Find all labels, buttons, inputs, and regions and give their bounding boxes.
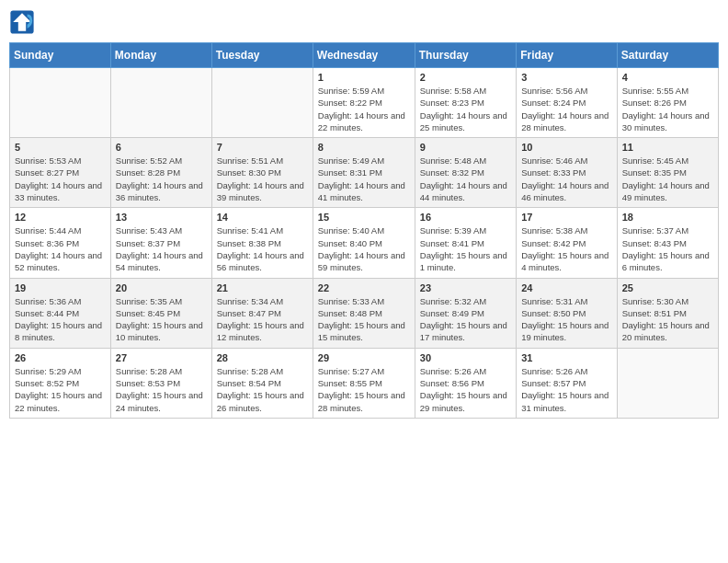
day-number: 2 <box>420 72 511 83</box>
day-info: Sunrise: 5:29 AMSunset: 8:52 PMDaylight:… <box>15 365 106 414</box>
logo-icon <box>9 9 35 35</box>
day-number: 21 <box>217 282 308 293</box>
day-number: 30 <box>420 352 511 363</box>
day-number: 16 <box>420 212 511 223</box>
day-number: 27 <box>116 352 207 363</box>
calendar-cell: 10Sunrise: 5:46 AMSunset: 8:33 PMDayligh… <box>517 138 618 208</box>
calendar-cell: 19Sunrise: 5:36 AMSunset: 8:44 PMDayligh… <box>10 278 111 348</box>
calendar-cell: 24Sunrise: 5:31 AMSunset: 8:50 PMDayligh… <box>517 278 618 348</box>
day-number: 23 <box>420 282 511 293</box>
week-row-4: 26Sunrise: 5:29 AMSunset: 8:52 PMDayligh… <box>10 348 719 418</box>
day-number: 10 <box>521 142 612 153</box>
day-number: 9 <box>420 142 511 153</box>
day-number: 12 <box>15 212 106 223</box>
day-number: 15 <box>318 212 410 223</box>
calendar-cell: 22Sunrise: 5:33 AMSunset: 8:48 PMDayligh… <box>313 278 415 348</box>
day-info: Sunrise: 5:40 AMSunset: 8:40 PMDaylight:… <box>318 224 410 273</box>
page-header <box>9 9 719 35</box>
day-number: 1 <box>318 72 410 83</box>
calendar-cell: 14Sunrise: 5:41 AMSunset: 8:38 PMDayligh… <box>211 208 313 278</box>
day-info: Sunrise: 5:43 AMSunset: 8:37 PMDaylight:… <box>116 224 207 273</box>
day-info: Sunrise: 5:51 AMSunset: 8:30 PMDaylight:… <box>217 155 308 203</box>
calendar-cell: 8Sunrise: 5:49 AMSunset: 8:31 PMDaylight… <box>313 138 415 208</box>
day-info: Sunrise: 5:59 AMSunset: 8:22 PMDaylight:… <box>318 85 410 133</box>
day-info: Sunrise: 5:52 AMSunset: 8:28 PMDaylight:… <box>116 155 207 203</box>
week-row-1: 5Sunrise: 5:53 AMSunset: 8:27 PMDaylight… <box>10 138 719 208</box>
day-info: Sunrise: 5:26 AMSunset: 8:56 PMDaylight:… <box>420 365 511 414</box>
calendar-cell <box>110 68 211 138</box>
calendar-cell: 23Sunrise: 5:32 AMSunset: 8:49 PMDayligh… <box>415 278 516 348</box>
day-number: 29 <box>318 352 410 363</box>
day-info: Sunrise: 5:32 AMSunset: 8:49 PMDaylight:… <box>420 295 511 344</box>
day-number: 13 <box>116 212 207 223</box>
day-number: 26 <box>15 352 106 363</box>
day-number: 18 <box>622 212 713 223</box>
calendar-cell: 30Sunrise: 5:26 AMSunset: 8:56 PMDayligh… <box>415 348 516 418</box>
day-info: Sunrise: 5:41 AMSunset: 8:38 PMDaylight:… <box>217 224 308 273</box>
day-info: Sunrise: 5:33 AMSunset: 8:48 PMDaylight:… <box>318 295 410 344</box>
day-header-tuesday: Tuesday <box>211 43 313 68</box>
day-number: 25 <box>622 282 713 293</box>
day-info: Sunrise: 5:36 AMSunset: 8:44 PMDaylight:… <box>15 295 106 344</box>
calendar-cell: 5Sunrise: 5:53 AMSunset: 8:27 PMDaylight… <box>10 138 111 208</box>
day-header-thursday: Thursday <box>415 43 516 68</box>
day-info: Sunrise: 5:46 AMSunset: 8:33 PMDaylight:… <box>521 155 612 203</box>
day-info: Sunrise: 5:30 AMSunset: 8:51 PMDaylight:… <box>622 295 713 344</box>
day-number: 20 <box>116 282 207 293</box>
day-info: Sunrise: 5:26 AMSunset: 8:57 PMDaylight:… <box>521 365 612 414</box>
calendar-cell: 4Sunrise: 5:55 AMSunset: 8:26 PMDaylight… <box>617 68 718 138</box>
day-number: 24 <box>521 282 612 293</box>
day-info: Sunrise: 5:48 AMSunset: 8:32 PMDaylight:… <box>420 155 511 203</box>
calendar-cell: 18Sunrise: 5:37 AMSunset: 8:43 PMDayligh… <box>617 208 718 278</box>
calendar-cell: 29Sunrise: 5:27 AMSunset: 8:55 PMDayligh… <box>313 348 415 418</box>
calendar-cell <box>211 68 313 138</box>
calendar-cell: 12Sunrise: 5:44 AMSunset: 8:36 PMDayligh… <box>10 208 111 278</box>
calendar-cell <box>10 68 111 138</box>
calendar-cell: 17Sunrise: 5:38 AMSunset: 8:42 PMDayligh… <box>517 208 618 278</box>
day-info: Sunrise: 5:49 AMSunset: 8:31 PMDaylight:… <box>318 155 410 203</box>
day-info: Sunrise: 5:39 AMSunset: 8:41 PMDaylight:… <box>420 224 511 273</box>
calendar-cell: 3Sunrise: 5:56 AMSunset: 8:24 PMDaylight… <box>517 68 618 138</box>
day-number: 4 <box>622 72 713 83</box>
calendar-cell <box>617 348 718 418</box>
logo <box>9 9 39 35</box>
day-info: Sunrise: 5:44 AMSunset: 8:36 PMDaylight:… <box>15 224 106 273</box>
day-info: Sunrise: 5:55 AMSunset: 8:26 PMDaylight:… <box>622 85 713 133</box>
calendar-cell: 6Sunrise: 5:52 AMSunset: 8:28 PMDaylight… <box>110 138 211 208</box>
day-header-saturday: Saturday <box>617 43 718 68</box>
week-row-3: 19Sunrise: 5:36 AMSunset: 8:44 PMDayligh… <box>10 278 719 348</box>
day-info: Sunrise: 5:53 AMSunset: 8:27 PMDaylight:… <box>15 155 106 203</box>
calendar-cell: 20Sunrise: 5:35 AMSunset: 8:45 PMDayligh… <box>110 278 211 348</box>
day-info: Sunrise: 5:27 AMSunset: 8:55 PMDaylight:… <box>318 365 410 414</box>
day-number: 14 <box>217 212 308 223</box>
day-header-friday: Friday <box>517 43 618 68</box>
calendar-cell: 27Sunrise: 5:28 AMSunset: 8:53 PMDayligh… <box>110 348 211 418</box>
day-number: 31 <box>521 352 612 363</box>
calendar-cell: 11Sunrise: 5:45 AMSunset: 8:35 PMDayligh… <box>617 138 718 208</box>
day-info: Sunrise: 5:31 AMSunset: 8:50 PMDaylight:… <box>521 295 612 344</box>
day-number: 11 <box>622 142 713 153</box>
calendar-cell: 21Sunrise: 5:34 AMSunset: 8:47 PMDayligh… <box>211 278 313 348</box>
calendar-cell: 1Sunrise: 5:59 AMSunset: 8:22 PMDaylight… <box>313 68 415 138</box>
day-number: 7 <box>217 142 308 153</box>
calendar-table: SundayMondayTuesdayWednesdayThursdayFrid… <box>9 42 719 419</box>
day-number: 5 <box>15 142 106 153</box>
day-number: 3 <box>521 72 612 83</box>
day-number: 8 <box>318 142 410 153</box>
day-number: 17 <box>521 212 612 223</box>
day-header-sunday: Sunday <box>10 43 111 68</box>
day-info: Sunrise: 5:58 AMSunset: 8:23 PMDaylight:… <box>420 85 511 133</box>
calendar-cell: 9Sunrise: 5:48 AMSunset: 8:32 PMDaylight… <box>415 138 516 208</box>
calendar-cell: 31Sunrise: 5:26 AMSunset: 8:57 PMDayligh… <box>517 348 618 418</box>
calendar-cell: 28Sunrise: 5:28 AMSunset: 8:54 PMDayligh… <box>211 348 313 418</box>
calendar-cell: 2Sunrise: 5:58 AMSunset: 8:23 PMDaylight… <box>415 68 516 138</box>
day-number: 22 <box>318 282 410 293</box>
day-info: Sunrise: 5:56 AMSunset: 8:24 PMDaylight:… <box>521 85 612 133</box>
day-number: 19 <box>15 282 106 293</box>
week-row-0: 1Sunrise: 5:59 AMSunset: 8:22 PMDaylight… <box>10 68 719 138</box>
day-info: Sunrise: 5:28 AMSunset: 8:53 PMDaylight:… <box>116 365 207 414</box>
day-info: Sunrise: 5:45 AMSunset: 8:35 PMDaylight:… <box>622 155 713 203</box>
day-info: Sunrise: 5:35 AMSunset: 8:45 PMDaylight:… <box>116 295 207 344</box>
day-header-row: SundayMondayTuesdayWednesdayThursdayFrid… <box>10 43 719 68</box>
day-number: 6 <box>116 142 207 153</box>
